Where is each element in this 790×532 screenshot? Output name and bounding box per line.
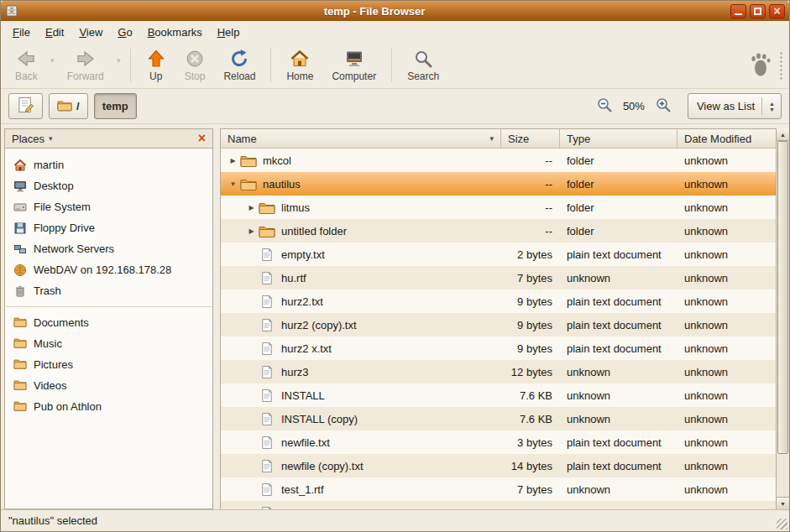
file-icon bbox=[259, 389, 275, 403]
sidebar-item-label: Trash bbox=[34, 284, 61, 297]
view-mode-selector[interactable]: View as List ▲▼ bbox=[688, 93, 782, 119]
file-modified-cell: unknown bbox=[678, 201, 776, 214]
file-icon bbox=[259, 248, 275, 262]
sidebar-item-webdav-on-192-168-178-28[interactable]: WebDAV on 192.168.178.28 bbox=[5, 259, 212, 280]
file-modified-cell: unknown bbox=[678, 342, 776, 355]
content-area: Places ▾ × martinDesktopFile SystemFlopp… bbox=[1, 124, 789, 509]
vertical-scrollbar[interactable]: ▲ ▼ bbox=[776, 128, 789, 509]
table-row[interactable]: hurz2 x.txt9 bytesplain text documentunk… bbox=[221, 336, 776, 360]
current-folder-button[interactable]: temp bbox=[94, 93, 137, 119]
sidebar-item-videos[interactable]: Videos bbox=[5, 375, 212, 396]
toolbar-items: Back▼Forward▼UpStopReloadHomeComputerSea… bbox=[6, 44, 448, 86]
file-icon bbox=[259, 318, 275, 332]
sidebar-item-trash[interactable]: Trash bbox=[5, 280, 212, 301]
table-row[interactable]: hurz2 (copy).txt9 bytesplain text docume… bbox=[221, 313, 776, 336]
table-row[interactable]: ▶mkcol--folderunknown bbox=[221, 149, 776, 172]
places-list: martinDesktopFile SystemFloppy DriveNetw… bbox=[4, 149, 213, 509]
computer-button-label: Computer bbox=[332, 70, 376, 82]
network-icon bbox=[13, 243, 27, 256]
sidebar-item-pub-on-athlon[interactable]: Pub on Athlon bbox=[5, 396, 212, 417]
sidebar-item-floppy-drive[interactable]: Floppy Drive bbox=[5, 217, 212, 238]
scrollbar-thumb[interactable] bbox=[777, 141, 788, 454]
menu-view[interactable]: View bbox=[71, 23, 110, 41]
minimize-button[interactable] bbox=[730, 4, 746, 18]
search-button[interactable]: Search bbox=[398, 44, 448, 86]
file-type-cell: plain text document bbox=[560, 319, 678, 331]
close-button[interactable]: × bbox=[769, 4, 785, 18]
sidebar-item-file-system[interactable]: File System bbox=[5, 196, 212, 217]
zoom-in-icon bbox=[655, 96, 672, 116]
edit-location-button[interactable] bbox=[8, 93, 43, 119]
file-modified-cell: unknown bbox=[678, 225, 776, 237]
table-row[interactable]: INSTALL7.6 KBunknownunknown bbox=[221, 383, 776, 407]
sidebar-item-music[interactable]: Music bbox=[5, 333, 212, 354]
scroll-up-button[interactable]: ▲ bbox=[777, 128, 789, 141]
file-name: newfile (copy).txt bbox=[281, 460, 364, 472]
sidebar-item-label: Network Servers bbox=[34, 243, 114, 255]
close-sidebar-button[interactable]: × bbox=[195, 132, 209, 145]
table-row[interactable]: newfile (copy).txt14 bytesplain text doc… bbox=[221, 454, 776, 477]
gnome-throbber-button[interactable] bbox=[745, 44, 777, 86]
table-row[interactable]: ▼nautilus--folderunknown bbox=[221, 172, 776, 196]
back-icon bbox=[16, 49, 36, 69]
resize-grip[interactable] bbox=[777, 519, 787, 529]
zoom-in-button[interactable] bbox=[653, 95, 673, 117]
file-modified-cell: unknown bbox=[678, 413, 776, 425]
sidebar-item-label: Music bbox=[34, 337, 62, 350]
file-name: hurz2 x.txt bbox=[281, 342, 332, 355]
menu-go[interactable]: Go bbox=[110, 23, 139, 41]
column-headers: Name ▾ Size Type Date Modified bbox=[221, 129, 776, 149]
places-sidebar: Places ▾ × martinDesktopFile SystemFlopp… bbox=[4, 128, 213, 509]
sidebar-item-pictures[interactable]: Pictures bbox=[5, 354, 212, 375]
table-row[interactable]: ▶untitled folder--folderunknown bbox=[221, 219, 776, 243]
column-header-date-modified[interactable]: Date Modified bbox=[678, 129, 776, 148]
reload-button[interactable]: Reload bbox=[214, 44, 264, 86]
file-type-cell: folder bbox=[560, 201, 678, 214]
file-name: hurz2 (copy).txt bbox=[281, 319, 357, 331]
table-row[interactable]: ▶litmus--folderunknown bbox=[221, 196, 776, 219]
menu-edit[interactable]: Edit bbox=[38, 23, 71, 41]
home-button[interactable]: Home bbox=[277, 44, 322, 86]
table-row[interactable]: hu.rtf7 bytesunknownunknown bbox=[221, 266, 776, 289]
table-row[interactable]: untitled folder (2)1.7 KBunknownunknown bbox=[221, 501, 776, 509]
status-bar: "nautilus" selected bbox=[1, 509, 789, 531]
places-header[interactable]: Places ▾ × bbox=[4, 128, 213, 149]
file-type-cell: unknown bbox=[560, 366, 678, 378]
expander-collapsed-icon[interactable]: ▶ bbox=[244, 227, 259, 235]
scrollbar-track[interactable] bbox=[777, 141, 789, 497]
forward-icon bbox=[76, 49, 96, 69]
expander-expanded-icon[interactable]: ▼ bbox=[226, 180, 240, 188]
table-row[interactable]: empty.txt2 bytesplain text documentunkno… bbox=[221, 243, 776, 266]
pane-splitter[interactable] bbox=[213, 128, 220, 509]
root-folder-button[interactable]: / bbox=[49, 93, 88, 119]
table-row[interactable]: hurz312 bytesunknownunknown bbox=[221, 360, 776, 383]
column-header-type[interactable]: Type bbox=[560, 129, 678, 148]
up-button[interactable]: Up bbox=[137, 44, 175, 86]
zoom-out-button[interactable] bbox=[594, 95, 615, 117]
file-type-cell: unknown bbox=[560, 413, 678, 425]
file-modified-cell: unknown bbox=[678, 436, 776, 449]
table-row[interactable]: hurz2.txt9 bytesplain text documentunkno… bbox=[221, 289, 776, 313]
titlebar[interactable]: temp - File Browser × bbox=[1, 1, 789, 21]
toolbar-handle[interactable] bbox=[778, 51, 784, 80]
sidebar-item-desktop[interactable]: Desktop bbox=[5, 175, 212, 196]
scroll-down-button[interactable]: ▼ bbox=[777, 497, 789, 509]
file-modified-cell: unknown bbox=[678, 389, 776, 402]
expander-collapsed-icon[interactable]: ▶ bbox=[244, 204, 259, 211]
back-button-label: Back bbox=[15, 70, 38, 82]
table-row[interactable]: newfile.txt3 bytesplain text documentunk… bbox=[221, 430, 776, 454]
sidebar-item-documents[interactable]: Documents bbox=[5, 312, 212, 333]
sidebar-item-network-servers[interactable]: Network Servers bbox=[5, 238, 212, 259]
menu-help[interactable]: Help bbox=[210, 23, 248, 41]
expander-collapsed-icon[interactable]: ▶ bbox=[226, 157, 240, 164]
maximize-button[interactable] bbox=[750, 4, 766, 18]
menu-bookmarks[interactable]: Bookmarks bbox=[140, 23, 210, 41]
computer-button[interactable]: Computer bbox=[322, 44, 385, 86]
file-name-cell: test_1.rtf bbox=[221, 482, 501, 497]
table-row[interactable]: test_1.rtf7 bytesunknownunknown bbox=[221, 477, 776, 501]
column-header-name[interactable]: Name ▾ bbox=[221, 129, 501, 148]
table-row[interactable]: INSTALL (copy)7.6 KBunknownunknown bbox=[221, 407, 776, 430]
sidebar-item-martin[interactable]: martin bbox=[5, 154, 212, 175]
menu-file[interactable]: File bbox=[5, 23, 38, 41]
column-header-size[interactable]: Size bbox=[501, 129, 560, 148]
